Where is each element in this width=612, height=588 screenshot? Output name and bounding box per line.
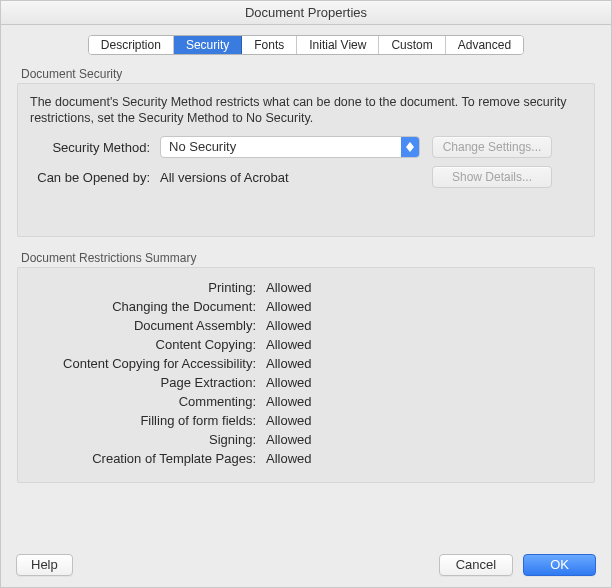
tab-advanced[interactable]: Advanced [446, 36, 523, 54]
window-title: Document Properties [1, 1, 611, 25]
tab-description[interactable]: Description [89, 36, 174, 54]
document-security-group: The document's Security Method restricts… [17, 83, 595, 237]
restriction-label: Filling of form fields: [30, 413, 266, 428]
restriction-label: Content Copying for Accessibility: [30, 356, 266, 371]
security-method-label: Security Method: [30, 140, 160, 155]
restriction-value: Allowed [266, 394, 312, 409]
restriction-value: Allowed [266, 337, 312, 352]
opened-by-value: All versions of Acrobat [160, 170, 420, 185]
security-method-value: No Security [160, 136, 420, 158]
cancel-button[interactable]: Cancel [439, 554, 513, 576]
restriction-row: Printing:Allowed [30, 280, 582, 295]
restriction-row: Changing the Document:Allowed [30, 299, 582, 314]
restriction-row: Document Assembly:Allowed [30, 318, 582, 333]
help-button[interactable]: Help [16, 554, 73, 576]
document-security-group-label: Document Security [21, 67, 595, 81]
restriction-row: Creation of Template Pages:Allowed [30, 451, 582, 466]
tab-segmented-control: DescriptionSecurityFontsInitial ViewCust… [88, 35, 524, 55]
restriction-label: Signing: [30, 432, 266, 447]
tab-bar: DescriptionSecurityFontsInitial ViewCust… [1, 25, 611, 63]
restriction-label: Document Assembly: [30, 318, 266, 333]
restriction-row: Signing:Allowed [30, 432, 582, 447]
show-details-button: Show Details... [432, 166, 552, 188]
restriction-value: Allowed [266, 413, 312, 428]
security-description: The document's Security Method restricts… [30, 94, 582, 126]
restriction-value: Allowed [266, 280, 312, 295]
restriction-label: Content Copying: [30, 337, 266, 352]
dialog-footer: Help Cancel OK [16, 554, 596, 576]
tab-fonts[interactable]: Fonts [242, 36, 297, 54]
restrictions-group: Printing:AllowedChanging the Document:Al… [17, 267, 595, 483]
restriction-value: Allowed [266, 432, 312, 447]
restriction-label: Commenting: [30, 394, 266, 409]
opened-by-label: Can be Opened by: [30, 170, 160, 185]
restriction-label: Page Extraction: [30, 375, 266, 390]
security-method-select[interactable]: No Security [160, 136, 420, 158]
restriction-row: Page Extraction:Allowed [30, 375, 582, 390]
tab-custom[interactable]: Custom [379, 36, 445, 54]
restriction-row: Content Copying for Accessibility:Allowe… [30, 356, 582, 371]
restriction-row: Filling of form fields:Allowed [30, 413, 582, 428]
restriction-value: Allowed [266, 356, 312, 371]
restriction-row: Content Copying:Allowed [30, 337, 582, 352]
tab-initial-view[interactable]: Initial View [297, 36, 379, 54]
restriction-value: Allowed [266, 299, 312, 314]
restriction-label: Changing the Document: [30, 299, 266, 314]
restriction-value: Allowed [266, 318, 312, 333]
restriction-row: Commenting:Allowed [30, 394, 582, 409]
restrictions-group-label: Document Restrictions Summary [21, 251, 595, 265]
restriction-value: Allowed [266, 451, 312, 466]
restriction-label: Creation of Template Pages: [30, 451, 266, 466]
tab-security[interactable]: Security [174, 36, 242, 54]
restriction-value: Allowed [266, 375, 312, 390]
change-settings-button: Change Settings... [432, 136, 552, 158]
updown-arrows-icon [401, 137, 419, 157]
ok-button[interactable]: OK [523, 554, 596, 576]
restriction-label: Printing: [30, 280, 266, 295]
